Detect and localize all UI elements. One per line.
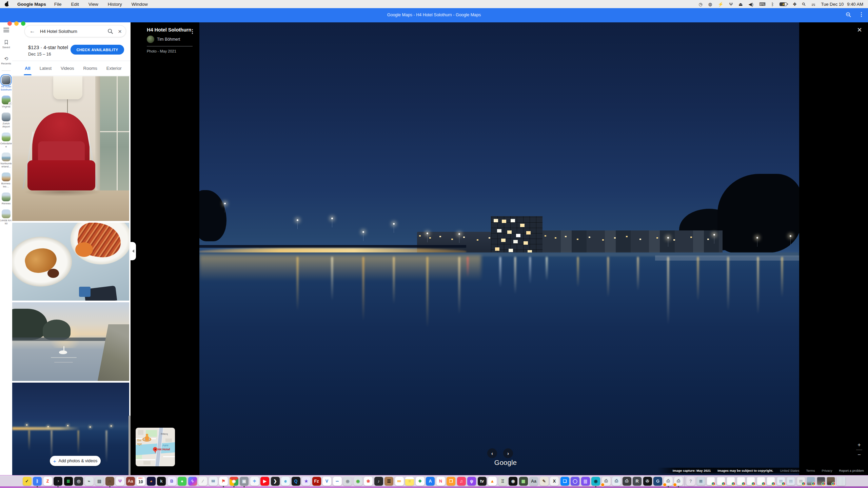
page-zoom-icon[interactable] (846, 12, 851, 18)
photo-tab[interactable]: Exterior (106, 66, 122, 71)
menu-item[interactable]: History (108, 2, 122, 7)
dock-icon-printer-queue-1[interactable]: ⎙ (664, 477, 673, 486)
dock-icon-reminders[interactable]: ≔ (395, 477, 404, 486)
menu-item[interactable]: File (54, 2, 62, 7)
hotel-dates[interactable]: Dec 15 – 16 (28, 52, 51, 57)
dock-icon-apple-tv[interactable]: tv (478, 477, 487, 486)
search-box[interactable]: ← H4 Hotel Solothurn × (24, 25, 126, 37)
dock-icon-youtube[interactable]: ▶ (260, 477, 269, 486)
dock-icon-notes[interactable]: ≡ (405, 477, 414, 486)
footer-link[interactable]: Privacy (822, 469, 832, 472)
dock-icon-printer-scan[interactable]: ⎙ (602, 477, 611, 486)
dock-icon-lens[interactable]: ◯ (571, 477, 579, 486)
dock-icon-chrome-window[interactable] (757, 477, 765, 485)
photo-tab[interactable]: All (25, 66, 31, 71)
dock-icon-disc-burner[interactable]: ◉ (343, 477, 352, 486)
dock-icon-photo-booth[interactable]: ▣ (240, 477, 249, 486)
status-icon-disc-status[interactable]: ◍ (708, 2, 712, 6)
dock-icon-dock-divider[interactable] (685, 476, 685, 486)
dock-icon-wig[interactable]: ∩ (105, 477, 114, 486)
active-app-menu[interactable]: Google Maps (17, 2, 46, 7)
recent-place-item[interactable]: Bormes-les-... (0, 172, 12, 188)
dock-icon-firefox[interactable]: ◕ (147, 477, 156, 486)
dock-icon-safari[interactable]: ✧ (250, 477, 259, 486)
menu-item[interactable]: Edit (71, 2, 79, 7)
dock-icon-chrome-window[interactable] (747, 477, 755, 485)
dock-icon-chrome-window[interactable] (737, 477, 745, 485)
dock-icon-v-browser[interactable]: V (322, 477, 331, 486)
search-icon[interactable] (107, 28, 113, 34)
recent-place-item[interactable]: Rennes (0, 192, 12, 205)
dock-icon-usb-float[interactable]: Ψ (116, 477, 124, 486)
zoom-out-button[interactable]: − (857, 452, 861, 458)
recent-place-item[interactable]: Northumberland... (0, 152, 12, 168)
dock-icon-disk-utility[interactable]: ▤ (95, 477, 104, 486)
dock-icon-ruler[interactable]: ∕ (198, 477, 207, 486)
dock-icon-font-book[interactable]: Aa (529, 477, 538, 486)
dock-icon-image-window[interactable] (807, 477, 815, 485)
status-icon-shortcuts-status[interactable]: ◷ (698, 2, 702, 6)
dock-icon-speedtest[interactable]: ◔ (54, 477, 62, 486)
add-photos-videos-button[interactable]: + Add photos & videos (50, 456, 101, 466)
dock-icon-bookends[interactable]: B (167, 477, 176, 486)
dock-icon-sheet-window[interactable]: ▤ (777, 477, 785, 485)
photo-options-menu-icon[interactable] (191, 28, 194, 35)
check-availability-button[interactable]: CHECK AVAILABILITY (71, 45, 124, 55)
dock-icon-terminal[interactable]: ❯ (271, 477, 280, 486)
dock-icon-chrome-window[interactable] (767, 477, 775, 485)
sidebar-item-saved[interactable]: Saved (2, 40, 10, 49)
recent-place-item[interactable]: 14408 NY-90 (0, 209, 12, 225)
apple-menu-icon[interactable] (5, 2, 9, 7)
dock-icon-xquartz[interactable]: X (550, 477, 559, 486)
dock-icon-image-window[interactable] (827, 477, 835, 485)
dock-icon-music[interactable]: ♫ (457, 477, 466, 486)
footer-link[interactable]: United States (780, 469, 800, 472)
status-icon-bluetooth-status[interactable]: ᛒ (771, 2, 774, 6)
dock-icon-chrome-window[interactable] (727, 477, 735, 485)
dock-icon-quicktime[interactable]: Q (292, 477, 300, 486)
dock-icon-ostia[interactable]: ★ (302, 477, 311, 486)
footer-link[interactable]: Terms (806, 469, 815, 472)
photo-author[interactable]: Tim Böhmert (147, 36, 201, 43)
main-photo[interactable] (199, 22, 799, 488)
dock-icon-maps[interactable]: ⚑ (219, 477, 228, 486)
dock-icon-sheet-window[interactable]: ▤ (787, 477, 795, 485)
dock-icon-kindle[interactable]: k (157, 477, 166, 486)
dock-icon-photos[interactable]: ❀ (364, 477, 373, 486)
dock-icon-chrome-window[interactable] (717, 477, 725, 485)
dock-icon-finder-window[interactable]: ▤ (797, 477, 805, 485)
photo-thumb-hotel-room-chair[interactable] (12, 76, 129, 221)
mini-map[interactable]: Bar nge Ritterq Aare H4 Hotel (136, 428, 175, 466)
status-icon-battery-status[interactable]: ⚡ (780, 2, 787, 6)
dock-icon-instruments[interactable]: ◎ (74, 477, 83, 486)
dock-icon-facetime[interactable]: ❏ (560, 477, 569, 486)
status-icon-control-center-status[interactable]: ⚎ (811, 2, 815, 6)
close-viewer-icon[interactable]: × (857, 26, 862, 34)
photo-tab[interactable]: Latest (40, 66, 52, 71)
dock-icon-r-studio[interactable]: R (633, 477, 642, 486)
dock-icon-voice-memo[interactable]: ||| (581, 477, 590, 486)
dock-icon-chrome-window[interactable] (707, 477, 715, 485)
status-icon-usb-status[interactable]: Ψ (729, 2, 733, 6)
status-icon-wireless-status[interactable]: ✥ (793, 2, 796, 6)
dock-icon-health-monitor[interactable]: ⌁ (85, 477, 94, 486)
dock-icon-camera-rig[interactable]: ✇ (643, 477, 652, 486)
menu-item[interactable]: View (88, 2, 98, 7)
dock-icon-news[interactable]: N (436, 477, 445, 486)
dock-icon-chrome[interactable]: ◉ (230, 477, 238, 486)
dock-icon-piano[interactable]: ♪ (374, 477, 383, 486)
dock-icon-photo-window[interactable]: ▦ (697, 477, 705, 485)
recent-place-item[interactable]: Zurich Airport (0, 113, 12, 128)
zoom-in-button[interactable]: + (857, 442, 861, 448)
status-icon-zap-status[interactable]: ⚡ (718, 2, 723, 6)
photo-thumb-swan-lake[interactable] (12, 302, 129, 381)
photo-thumb-night-river[interactable] (12, 383, 129, 484)
menu-bar-clock[interactable]: Tue Dec 10 9:40 AM (821, 2, 863, 7)
window-zoom-button[interactable] (21, 21, 25, 26)
dock-icon-calendar[interactable]: DEC 10 (136, 477, 145, 486)
dock-icon-audio-monitor[interactable]: ≣ (64, 477, 73, 486)
dock-icon-gimp[interactable]: ✎ (540, 477, 549, 486)
dock-icon-image-window[interactable] (817, 477, 825, 485)
dock-icon-printer-dark[interactable]: ⎙ (623, 477, 631, 486)
dock-icon-help-ghost[interactable]: ? (686, 477, 695, 486)
